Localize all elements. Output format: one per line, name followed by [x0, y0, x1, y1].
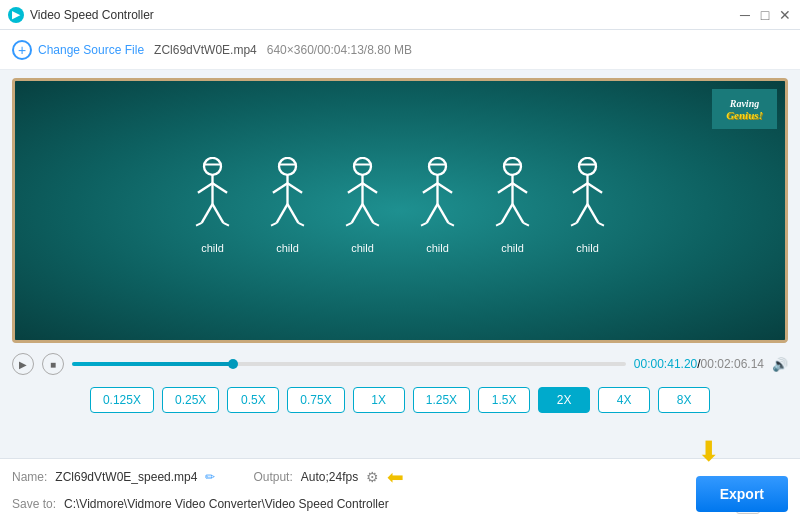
svg-line-30 [423, 183, 438, 192]
time-display: 00:00:41.20/00:02:06.14 [634, 357, 764, 371]
svg-line-17 [298, 223, 304, 226]
figure-label-4: child [501, 242, 524, 254]
svg-line-13 [288, 183, 303, 192]
svg-line-40 [513, 183, 528, 192]
svg-line-31 [438, 183, 453, 192]
speed-button-0-125X[interactable]: 0.125X [90, 387, 154, 413]
arrow-left-icon: ⬅ [387, 465, 404, 489]
svg-line-14 [277, 204, 288, 223]
svg-line-6 [213, 204, 224, 223]
watermark-logo: Raving Genius! [712, 89, 777, 129]
speed-button-2X[interactable]: 2X [538, 387, 590, 413]
svg-line-49 [588, 183, 603, 192]
main-content: Raving Genius! child [0, 70, 800, 419]
video-preview: Raving Genius! child [12, 78, 788, 343]
speed-buttons-row: 0.125X0.25X0.5X0.75X1X1.25X1.5X2X4X8X [12, 379, 788, 419]
maximize-button[interactable]: □ [758, 8, 772, 22]
saveto-row: Save to: C:\Vidmore\Vidmore Video Conver… [12, 494, 788, 514]
svg-point-27 [429, 158, 446, 175]
figure-svg-0 [185, 157, 240, 240]
export-button[interactable]: Export [696, 476, 788, 512]
settings-icon[interactable]: ⚙ [366, 469, 379, 485]
progress-track[interactable] [72, 362, 626, 366]
stick-figure-5: child [560, 157, 615, 254]
svg-line-16 [271, 223, 277, 226]
progress-thumb[interactable] [228, 359, 238, 369]
figure-svg-4 [485, 157, 540, 240]
svg-line-50 [577, 204, 588, 223]
app-title: Video Speed Controller [30, 8, 154, 22]
svg-line-25 [346, 223, 352, 226]
stick-figure-3: child [410, 157, 465, 254]
svg-point-18 [354, 158, 371, 175]
time-total: 00:02:06.14 [701, 357, 764, 371]
speed-button-0-5X[interactable]: 0.5X [227, 387, 279, 413]
play-button[interactable]: ▶ [12, 353, 34, 375]
name-label: Name: [12, 470, 47, 484]
svg-line-26 [373, 223, 379, 226]
video-background: Raving Genius! child [15, 81, 785, 340]
title-bar-controls: ─ □ ✕ [738, 8, 792, 22]
figure-label-5: child [576, 242, 599, 254]
figure-label-0: child [201, 242, 224, 254]
svg-line-41 [502, 204, 513, 223]
speed-button-1X[interactable]: 1X [353, 387, 405, 413]
bottom-bar: Name: ZCl69dVtW0E_speed.mp4 ✏ Output: Au… [0, 458, 800, 520]
logo-line2: Genius! [726, 109, 763, 121]
svg-point-0 [204, 158, 221, 175]
progress-fill [72, 362, 233, 366]
svg-line-48 [573, 183, 588, 192]
figures-row: child child [185, 157, 615, 264]
time-current: 00:00:41.20 [634, 357, 697, 371]
svg-line-43 [496, 223, 502, 226]
svg-line-23 [352, 204, 363, 223]
svg-line-3 [198, 183, 213, 192]
svg-line-44 [523, 223, 529, 226]
svg-line-33 [438, 204, 449, 223]
figure-svg-5 [560, 157, 615, 240]
svg-point-36 [504, 158, 521, 175]
speed-button-8X[interactable]: 8X [658, 387, 710, 413]
figure-label-3: child [426, 242, 449, 254]
minimize-button[interactable]: ─ [738, 8, 752, 22]
output-settings-row: Name: ZCl69dVtW0E_speed.mp4 ✏ Output: Au… [12, 465, 788, 489]
output-filename: ZCl69dVtW0E_speed.mp4 [55, 470, 197, 484]
svg-point-45 [579, 158, 596, 175]
export-arrow-icon: ⬇ [697, 435, 720, 468]
speed-button-0-25X[interactable]: 0.25X [162, 387, 219, 413]
svg-line-15 [288, 204, 299, 223]
stick-figure-2: child [335, 157, 390, 254]
svg-line-22 [363, 183, 378, 192]
stop-button[interactable]: ■ [42, 353, 64, 375]
svg-point-9 [279, 158, 296, 175]
svg-line-42 [513, 204, 524, 223]
stick-figure-0: child [185, 157, 240, 254]
speed-button-0-75X[interactable]: 0.75X [287, 387, 344, 413]
add-source-button[interactable]: + Change Source File [12, 40, 144, 60]
add-icon: + [12, 40, 32, 60]
volume-icon[interactable]: 🔊 [772, 357, 788, 372]
speed-button-4X[interactable]: 4X [598, 387, 650, 413]
figure-label-1: child [276, 242, 299, 254]
speed-button-1-5X[interactable]: 1.5X [478, 387, 530, 413]
svg-line-32 [427, 204, 438, 223]
output-format: Auto;24fps [301, 470, 358, 484]
speed-button-1-25X[interactable]: 1.25X [413, 387, 470, 413]
output-label: Output: [253, 470, 292, 484]
svg-line-34 [421, 223, 427, 226]
app-icon: ▶ [8, 7, 24, 23]
figure-svg-2 [335, 157, 390, 240]
svg-line-7 [196, 223, 202, 226]
figure-svg-1 [260, 157, 315, 240]
figure-label-2: child [351, 242, 374, 254]
close-button[interactable]: ✕ [778, 8, 792, 22]
saveto-label: Save to: [12, 497, 56, 511]
svg-line-39 [498, 183, 513, 192]
progress-area: ▶ ■ 00:00:41.20/00:02:06.14 🔊 [12, 349, 788, 379]
stick-figure-4: child [485, 157, 540, 254]
edit-name-icon[interactable]: ✏ [205, 470, 215, 484]
file-name: ZCl69dVtW0E.mp4 [154, 43, 257, 57]
svg-line-53 [598, 223, 604, 226]
saveto-path: C:\Vidmore\Vidmore Video Converter\Video… [64, 497, 728, 511]
add-source-label: Change Source File [38, 43, 144, 57]
